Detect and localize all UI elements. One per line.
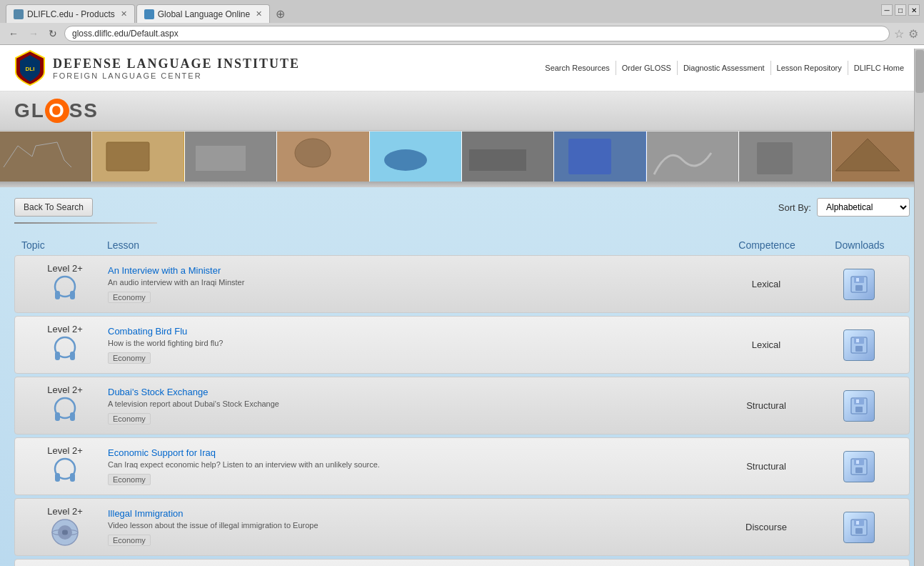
table-header: Topic Lesson Competence Downloads — [14, 235, 910, 255]
svg-rect-26 — [55, 352, 60, 360]
col-competence: Competence — [717, 239, 817, 251]
back-nav-button[interactable]: ← — [6, 26, 21, 41]
minimize-button[interactable]: ─ — [881, 4, 893, 16]
svg-rect-53 — [856, 521, 859, 525]
lesson-desc: An audio interview with an Iraqi Minster — [108, 278, 716, 287]
svg-rect-3 — [106, 142, 149, 171]
new-tab-button[interactable]: ⊕ — [271, 7, 289, 21]
svg-rect-38 — [856, 399, 859, 403]
col-downloads: Downloads — [817, 239, 903, 251]
back-to-search-button[interactable]: Back To Search — [14, 198, 93, 217]
sort-by-label: Sort By: — [778, 202, 811, 213]
download-button[interactable] — [843, 269, 875, 300]
photo-7 — [554, 131, 646, 182]
bookmark-star-icon[interactable]: ☆ — [894, 27, 904, 41]
lesson-desc: A television report about Dubai's Stock … — [108, 399, 716, 408]
table-row: Level 2+ Iraqi Industry and Existing Cha… — [14, 559, 910, 566]
lesson-tag: Economy — [108, 413, 151, 424]
topic-cell: Level 2+ — [22, 445, 108, 487]
gloss-logo-bar: GLOSS — [0, 91, 924, 131]
svg-rect-40 — [55, 473, 60, 482]
scrollbar[interactable] — [914, 49, 924, 566]
save-icon — [849, 335, 869, 355]
photo-divider — [0, 182, 924, 187]
tab-close-icon[interactable]: ✕ — [121, 9, 127, 19]
photo-4 — [277, 131, 369, 182]
svg-rect-1 — [0, 131, 91, 182]
svg-rect-14 — [647, 131, 738, 182]
org-name: DEFENSE LANGUAGE INSTITUTE FOREIGN LANGU… — [53, 56, 300, 80]
downloads-cell — [816, 390, 902, 422]
lesson-link[interactable]: An Interview with a Minister — [108, 265, 221, 276]
topic-cell: Level 2+ — [22, 384, 108, 427]
svg-rect-20 — [70, 291, 75, 299]
downloads-cell — [816, 512, 902, 543]
lesson-desc: How is the world fighting bird flu? — [108, 339, 716, 347]
table-row: Level 2+ Economic Support for Iraq Can I… — [14, 437, 910, 495]
nav-diagnostic[interactable]: Diagnostic Assessment — [677, 61, 770, 75]
tab-gloss[interactable]: Global Language Online ✕ — [136, 4, 270, 23]
photo-9 — [739, 131, 831, 182]
lesson-tag: Economy — [108, 474, 151, 485]
svg-rect-13 — [568, 139, 611, 174]
sort-area: Sort By: Alphabetical By Level By Compet… — [778, 198, 910, 217]
save-icon — [849, 457, 869, 477]
photo-10 — [832, 131, 924, 182]
sort-select[interactable]: Alphabetical By Level By Competence — [817, 198, 910, 217]
tab-products[interactable]: DLIFLC.edu - Products ✕ — [6, 4, 135, 23]
table-row: Level 2+ Combating Bird Flu How is the w… — [14, 316, 910, 374]
nav-order-gloss[interactable]: Order GLOSS — [616, 61, 677, 75]
lesson-link[interactable]: Illegal Immigration — [108, 508, 184, 519]
downloads-cell — [816, 329, 902, 361]
svg-rect-27 — [70, 352, 75, 360]
close-button[interactable]: ✕ — [908, 4, 920, 16]
download-button[interactable] — [843, 512, 875, 543]
competence-cell: Discourse — [716, 522, 816, 532]
lesson-cell: Dubai's Stock Exchange A television repo… — [108, 387, 716, 424]
headphone-icon — [49, 274, 81, 305]
scrollbar-thumb[interactable] — [915, 50, 924, 93]
url-input[interactable] — [64, 26, 890, 41]
maximize-button[interactable]: □ — [895, 4, 906, 16]
photo-2 — [92, 131, 184, 182]
photo-6 — [462, 131, 554, 182]
save-icon — [849, 517, 869, 537]
save-icon — [849, 274, 869, 294]
headphone-icon — [49, 456, 81, 487]
main-content: Back To Search Sort By: Alphabetical By … — [0, 187, 924, 566]
svg-rect-16 — [757, 142, 793, 174]
lesson-desc: Video lesson about the issue of illegal … — [108, 521, 716, 530]
photo-8 — [647, 131, 739, 182]
topic-cell: Level 2+ — [22, 324, 108, 366]
lesson-link[interactable]: Dubai's Stock Exchange — [108, 387, 209, 397]
lesson-tag: Economy — [108, 535, 151, 546]
tab-close-icon[interactable]: ✕ — [256, 9, 262, 19]
topic-cell: Level 2+ — [22, 263, 108, 305]
download-button[interactable] — [843, 329, 875, 361]
nav-lesson-repository[interactable]: Lesson Repository — [770, 61, 848, 75]
svg-rect-33 — [55, 412, 60, 421]
headphone-icon — [49, 334, 81, 366]
lesson-cell: Illegal Immigration Video lesson about t… — [108, 508, 716, 546]
svg-text:DLI: DLI — [26, 66, 35, 72]
nav-search-resources[interactable]: Search Resources — [539, 61, 616, 75]
col-topic: Topic — [21, 239, 107, 251]
svg-point-7 — [295, 139, 331, 167]
lesson-link[interactable]: Economic Support for Iraq — [108, 447, 216, 458]
competence-cell: Structural — [716, 400, 816, 411]
settings-icon[interactable]: ⚙ — [908, 27, 918, 41]
download-button[interactable] — [843, 451, 875, 482]
svg-rect-23 — [855, 285, 863, 291]
toolbar: Back To Search Sort By: Alphabetical By … — [14, 198, 910, 217]
forward-nav-button[interactable]: → — [26, 26, 41, 41]
table-row: Level 2+ Illegal Immigration Video lesso… — [14, 498, 910, 556]
download-button[interactable] — [843, 390, 875, 422]
headphone-icon — [49, 395, 81, 427]
lesson-tag: Economy — [108, 292, 151, 303]
photo-5 — [370, 131, 462, 182]
tab-label: DLIFLC.edu - Products — [27, 9, 115, 19]
lesson-link[interactable]: Combating Bird Flu — [108, 326, 187, 337]
reload-button[interactable]: ↻ — [46, 26, 60, 41]
lesson-desc: Can Iraq expect economic help? Listen to… — [108, 460, 716, 469]
nav-dliflc-home[interactable]: DLIFLC Home — [848, 61, 910, 75]
